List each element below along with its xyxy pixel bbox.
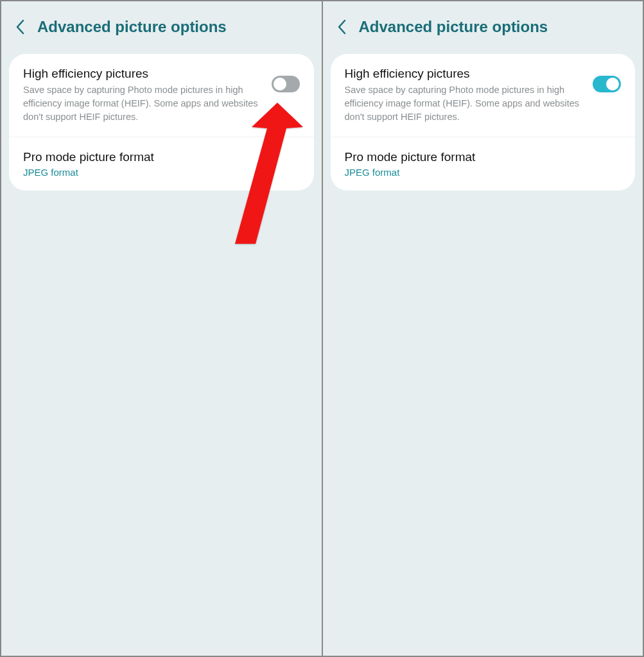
settings-card: High efficiency pictures Save space by c…: [9, 54, 314, 191]
pro-value: JPEG format: [23, 167, 300, 178]
heif-toggle[interactable]: [593, 76, 621, 92]
heif-title: High efficiency pictures: [23, 67, 263, 81]
header: Advanced picture options: [1, 1, 322, 51]
pro-title: Pro mode picture format: [23, 150, 300, 164]
back-icon[interactable]: [14, 18, 26, 36]
row-pro-mode[interactable]: Pro mode picture format JPEG format: [331, 137, 636, 191]
row-text: Pro mode picture format JPEG format: [23, 150, 300, 178]
header: Advanced picture options: [323, 1, 643, 51]
row-text: Pro mode picture format JPEG format: [345, 150, 622, 178]
row-high-efficiency[interactable]: High efficiency pictures Save space by c…: [331, 54, 636, 137]
row-high-efficiency[interactable]: High efficiency pictures Save space by c…: [9, 54, 314, 137]
phone-right: Advanced picture options High efficiency…: [323, 1, 643, 656]
pro-title: Pro mode picture format: [345, 150, 622, 164]
heif-title: High efficiency pictures: [345, 67, 584, 81]
heif-desc: Save space by capturing Photo mode pictu…: [345, 83, 584, 124]
pro-value: JPEG format: [345, 167, 622, 178]
heif-desc: Save space by capturing Photo mode pictu…: [23, 83, 263, 124]
back-icon[interactable]: [336, 18, 347, 36]
page-title: Advanced picture options: [359, 18, 548, 36]
page-title: Advanced picture options: [37, 18, 227, 36]
phone-left: Advanced picture options High efficiency…: [1, 1, 322, 656]
row-text: High efficiency pictures Save space by c…: [23, 67, 263, 124]
heif-toggle[interactable]: [272, 76, 300, 92]
row-text: High efficiency pictures Save space by c…: [345, 67, 584, 124]
settings-card: High efficiency pictures Save space by c…: [331, 54, 636, 191]
row-pro-mode[interactable]: Pro mode picture format JPEG format: [9, 137, 314, 191]
